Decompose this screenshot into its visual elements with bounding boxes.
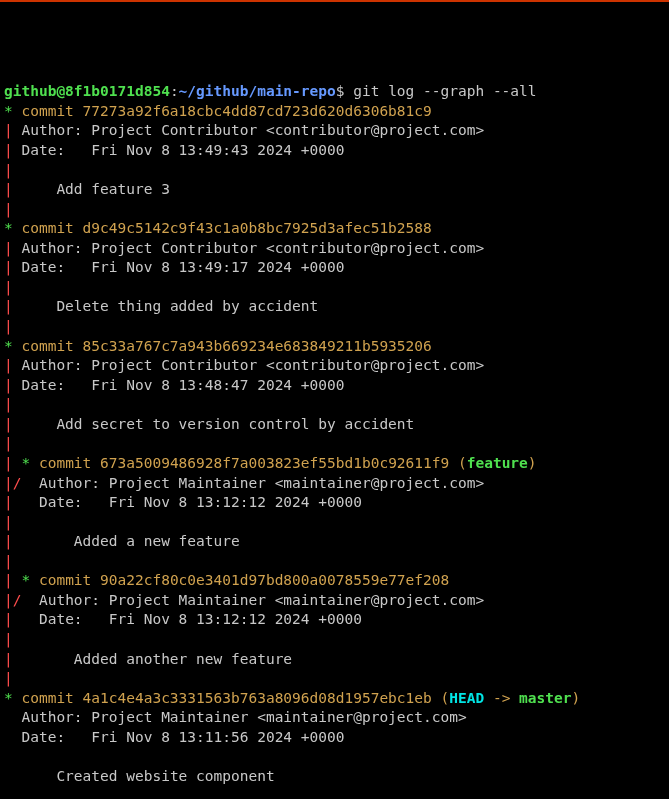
date-line: | Date: Fri Nov 8 13:12:12 2024 +0000 bbox=[4, 610, 665, 630]
date-line: | Date: Fri Nov 8 13:12:12 2024 +0000 bbox=[4, 493, 665, 513]
blank-line: | bbox=[4, 278, 665, 298]
date-line: | Date: Fri Nov 8 13:49:43 2024 +0000 bbox=[4, 141, 665, 161]
blank-line: | bbox=[4, 395, 665, 415]
commit-line: * commit 4a1c4e4a3c3331563b763a8096d08d1… bbox=[4, 689, 665, 709]
author-line: Author: Project Maintainer <maintainer@p… bbox=[4, 708, 665, 728]
author-line: |/ Author: Project Maintainer <maintaine… bbox=[4, 474, 665, 494]
blank-line: | bbox=[4, 630, 665, 650]
blank-line: | bbox=[4, 552, 665, 572]
author-line: |/ Author: Project Maintainer <maintaine… bbox=[4, 591, 665, 611]
message-line: | Delete thing added by accident bbox=[4, 297, 665, 317]
blank-line: | bbox=[4, 669, 665, 689]
message-line: | Added a new feature bbox=[4, 532, 665, 552]
message-line: Created website component bbox=[4, 767, 665, 787]
author-line: | Author: Project Contributor <contribut… bbox=[4, 356, 665, 376]
author-line: | Author: Project Contributor <contribut… bbox=[4, 121, 665, 141]
blank-line: | bbox=[4, 161, 665, 181]
message-line: | Added another new feature bbox=[4, 650, 665, 670]
shell-prompt[interactable]: github@8f1b0171d854:~/github/main-repo$ … bbox=[4, 82, 665, 102]
commit-line: | * commit 673a5009486928f7a003823ef55bd… bbox=[4, 454, 665, 474]
date-line: | Date: Fri Nov 8 13:49:17 2024 +0000 bbox=[4, 258, 665, 278]
author-line: | Author: Project Contributor <contribut… bbox=[4, 239, 665, 259]
date-line: | Date: Fri Nov 8 13:48:47 2024 +0000 bbox=[4, 376, 665, 396]
date-line: Date: Fri Nov 8 13:11:56 2024 +0000 bbox=[4, 728, 665, 748]
blank-line: | bbox=[4, 513, 665, 533]
commit-line: * commit 77273a92f6a18cbc4dd87cd723d620d… bbox=[4, 102, 665, 122]
commit-line: | * commit 90a22cf80c0e3401d97bd800a0078… bbox=[4, 571, 665, 591]
blank-line: | bbox=[4, 434, 665, 454]
terminal-output: github@8f1b0171d854:~/github/main-repo$ … bbox=[4, 82, 665, 786]
commit-line: * commit d9c49c5142c9f43c1a0b8bc7925d3af… bbox=[4, 219, 665, 239]
commit-line: * commit 85c33a767c7a943b669234e68384921… bbox=[4, 337, 665, 357]
message-line: | Add secret to version control by accid… bbox=[4, 415, 665, 435]
blank-line: | bbox=[4, 317, 665, 337]
blank-line bbox=[4, 747, 665, 767]
blank-line: | bbox=[4, 200, 665, 220]
message-line: | Add feature 3 bbox=[4, 180, 665, 200]
